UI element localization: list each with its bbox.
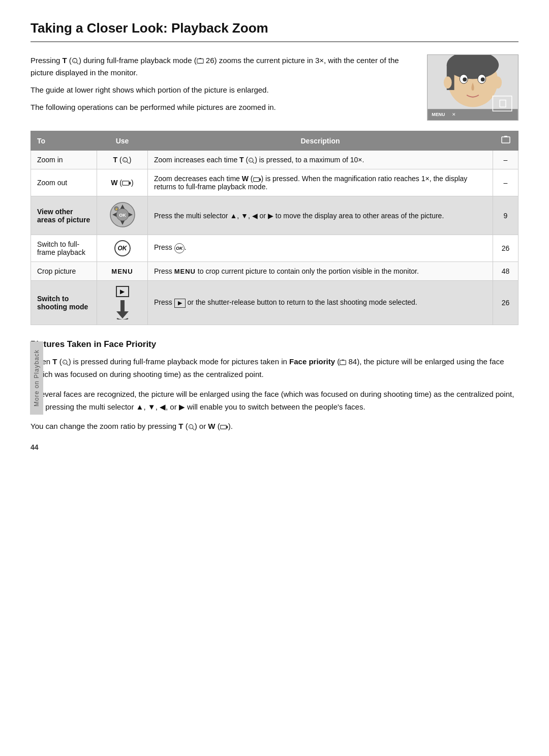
svg-text:MENU: MENU [432, 112, 445, 117]
svg-line-49 [193, 428, 194, 430]
row-ref: 26 [493, 281, 518, 325]
row-description: Press the multi selector ▲, ▼, ◀ or ▶ to… [148, 196, 493, 235]
svg-line-44 [67, 364, 68, 365]
intro-para2: The guide at lower right shows which por… [30, 84, 417, 96]
svg-point-14 [444, 76, 452, 89]
svg-rect-3 [197, 59, 203, 64]
row-description: Press MENU to crop current picture to co… [148, 262, 493, 281]
row-ref: 9 [493, 196, 518, 235]
intro-para1: Pressing T (+) during full-frame playbac… [30, 54, 417, 79]
operations-table: To Use Description Zoom in T (+) Zoom in… [30, 131, 518, 325]
svg-rect-4 [199, 58, 201, 59]
row-use: ▶ [97, 281, 148, 325]
face-priority-section: Pictures Taken in Face Priority When T (… [30, 339, 518, 433]
intro-para3: The following operations can be performe… [30, 101, 417, 113]
face-priority-para1: When T (+) is pressed during full-frame … [30, 356, 518, 381]
face-priority-para2: If several faces are recognized, the pic… [30, 388, 518, 414]
svg-line-27 [253, 162, 254, 163]
svg-line-1 [77, 63, 79, 65]
page-title: Taking a Closer Look: Playback Zoom [30, 20, 518, 42]
svg-rect-32 [259, 178, 261, 180]
row-to: Zoom in [31, 151, 97, 169]
row-ref: – [493, 151, 518, 169]
svg-text:⚡: ⚡ [115, 208, 118, 211]
svg-rect-47 [342, 360, 344, 361]
row-description: Press OK. [148, 235, 493, 262]
menu-icon: MENU [111, 268, 133, 275]
svg-text:OK: OK [119, 213, 126, 218]
row-description: Zoom increases each time T (+) is presse… [148, 151, 493, 169]
svg-marker-42 [116, 300, 129, 318]
table-row: Zoom in T (+) Zoom increases each time T… [31, 151, 518, 169]
row-use: OK [97, 235, 148, 262]
intro-text: Pressing T (+) during full-frame playbac… [30, 54, 417, 121]
row-to: Crop picture [31, 262, 97, 281]
intro-section: Pressing T (+) during full-frame playbac… [30, 54, 518, 121]
table-header-ref [493, 131, 518, 151]
svg-point-13 [481, 77, 485, 81]
table-row: View other areas of picture OK [31, 196, 518, 235]
row-use: W () [97, 169, 148, 196]
svg-rect-46 [340, 360, 346, 365]
svg-point-15 [494, 76, 502, 89]
row-use: T (+) [97, 151, 148, 169]
face-priority-para3: You can change the zoom ratio by pressin… [30, 420, 518, 433]
table-header-to: To [31, 131, 97, 151]
row-ref: – [493, 169, 518, 196]
svg-text:+: + [250, 159, 252, 162]
row-description: Zoom decreases each time W () is pressed… [148, 169, 493, 196]
svg-text:+: + [190, 425, 192, 428]
row-to: Zoom out [31, 169, 97, 196]
row-use: OK ⚡ [97, 196, 148, 235]
svg-text:✕: ✕ [452, 112, 456, 117]
svg-text:+: + [73, 59, 75, 63]
play-icon: ▶ [116, 286, 129, 297]
face-priority-title: Pictures Taken in Face Priority [30, 339, 518, 350]
camera-preview: MENU ✕ [427, 54, 518, 121]
row-description: Press ▶ or the shutter-release button to… [148, 281, 493, 325]
svg-rect-31 [253, 178, 259, 181]
svg-rect-21 [502, 137, 510, 143]
table-header-description: Description [148, 131, 493, 151]
svg-point-12 [463, 77, 467, 81]
row-ref: 26 [493, 235, 518, 262]
table-header-use: Use [97, 131, 148, 151]
row-to: Switch to shooting mode [31, 281, 97, 325]
svg-rect-51 [220, 425, 226, 429]
svg-rect-52 [226, 426, 228, 428]
row-ref: 48 [493, 262, 518, 281]
page-number: 44 [30, 443, 518, 451]
svg-rect-29 [123, 181, 129, 185]
row-to: Switch to full-frame playback [31, 235, 97, 262]
svg-rect-22 [504, 136, 507, 137]
row-to: View other areas of picture [31, 196, 97, 235]
table-row: Switch to full-frame playback OK Press O… [31, 235, 518, 262]
row-use: MENU [97, 262, 148, 281]
svg-text:+: + [64, 361, 66, 364]
table-row: Zoom out W () Zoom decreases each time W… [31, 169, 518, 196]
sidebar-label: More on Playback [30, 341, 43, 415]
ok-icon: OK [114, 240, 131, 256]
svg-text:+: + [124, 158, 126, 162]
table-row: Crop picture MENU Press MENU to crop cur… [31, 262, 518, 281]
svg-line-24 [127, 162, 129, 164]
table-row: Switch to shooting mode ▶ Press ▶ or the… [31, 281, 518, 325]
svg-rect-30 [129, 182, 131, 185]
